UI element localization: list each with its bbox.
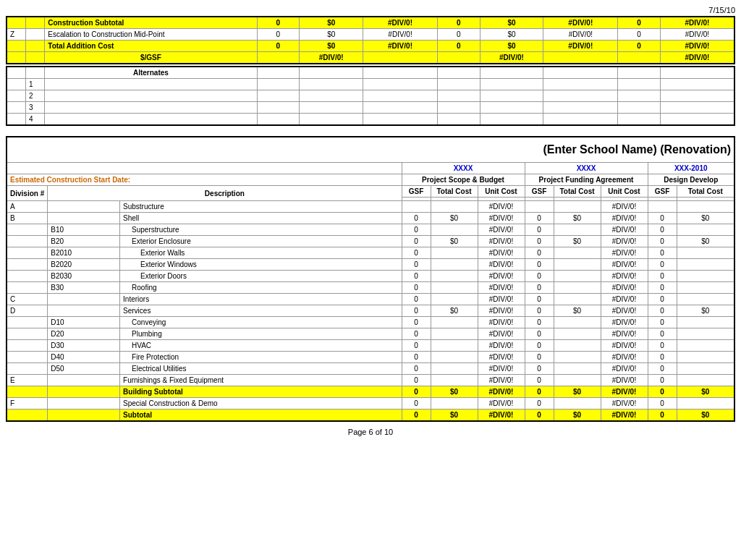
label-B2020: Exterior Windows [120, 259, 402, 271]
tc2-sub: $0 [554, 410, 601, 422]
row-D20: D20 Plumbing 0 #DIV/0! 0 #DIV/0! 0 [7, 328, 734, 340]
tc1-sub: $0 [431, 410, 478, 422]
gsf2-E: 0 [525, 375, 554, 386]
empty [437, 102, 480, 114]
alternate-row: 2 [7, 90, 734, 102]
uc1-C: #DIV/0! [478, 294, 525, 305]
esc-tc1: $0 [300, 29, 363, 41]
cs-tc2: $0 [480, 17, 543, 29]
tc-h1: Total Cost [431, 186, 478, 198]
tc3-bs: $0 [677, 386, 734, 398]
row-E: E Furnishings & Fixed Equipment 0 #DIV/0… [7, 375, 734, 386]
code-D10: D10 [48, 317, 120, 328]
alternates-body: 1234 [7, 79, 734, 126]
alt-num: 2 [25, 90, 44, 102]
gsf-rate-val2: #DIV/0! [480, 52, 543, 64]
gsf1-B: 0 [402, 213, 431, 224]
empty [45, 79, 257, 90]
empty [660, 67, 734, 79]
empty [300, 67, 363, 79]
alternate-row: 3 [7, 102, 734, 114]
div-D: D [7, 305, 48, 317]
tc2-B2030 [554, 271, 601, 282]
ta-gsf2: 0 [437, 41, 480, 52]
tc1-E [431, 375, 478, 386]
empty [363, 67, 438, 79]
row-B: B Shell 0 $0 #DIV/0! 0 $0 #DIV/0! 0 $0 [7, 213, 734, 224]
div-B10 [7, 224, 48, 236]
esc-gsf2: 0 [437, 29, 480, 41]
design-develop-label: Design Develop [648, 174, 734, 186]
empty [7, 79, 25, 90]
tc2-B: $0 [554, 213, 601, 224]
col1-header: XXXX [402, 163, 525, 174]
tc2-D20 [554, 328, 601, 340]
tc-h3: Total Cost [677, 186, 734, 198]
uc2-D: #DIV/0! [601, 305, 648, 317]
uc1-B10: #DIV/0! [478, 224, 525, 236]
gsf3-D30: 0 [648, 340, 677, 352]
esc-gsf3: 0 [618, 29, 661, 41]
tc1-B2030 [431, 271, 478, 282]
row-F: F Special Construction & Demo 0 #DIV/0! … [7, 398, 734, 410]
empty [660, 114, 734, 126]
gsf2-D10: 0 [525, 317, 554, 328]
tc1-D50 [431, 363, 478, 375]
tc3-A [677, 201, 734, 213]
code-B [48, 213, 120, 224]
empty [480, 67, 543, 79]
gsf1-B10: 0 [402, 224, 431, 236]
ta-gsf3: 0 [618, 41, 661, 52]
empty [363, 79, 438, 90]
gsf2-bs: 0 [525, 386, 554, 398]
esc-uc1: #DIV/0! [363, 29, 438, 41]
uc2-E: #DIV/0! [601, 375, 648, 386]
label-A: Substructure [120, 201, 402, 213]
empty [660, 90, 734, 102]
code-D40: D40 [48, 352, 120, 363]
gsf1-B2020: 0 [402, 259, 431, 271]
code-sub [48, 410, 120, 422]
tc1-B30 [431, 282, 478, 294]
alternates-table: Alternates 1234 [6, 66, 735, 126]
uc2-C: #DIV/0! [601, 294, 648, 305]
gsf3-D40: 0 [648, 352, 677, 363]
school-title: (Enter School Name) (Renovation) [7, 137, 734, 163]
est-label-row: Estimated Construction Start Date: Proje… [7, 174, 734, 186]
tc3-sub: $0 [677, 410, 734, 422]
gsf1-D20: 0 [402, 328, 431, 340]
uc2-D10: #DIV/0! [601, 317, 648, 328]
gsf3-D20: 0 [648, 328, 677, 340]
row-B2030: B2030 Exterior Doors 0 #DIV/0! 0 #DIV/0!… [7, 271, 734, 282]
div-D20 [7, 328, 48, 340]
col3-header: XXX-2010 [648, 163, 734, 174]
tc1-B2010 [431, 247, 478, 259]
school-title-row: (Enter School Name) (Renovation) [7, 137, 734, 163]
gsf1-B20: 0 [402, 236, 431, 247]
empty [25, 29, 44, 41]
building-subtotal-row: Building Subtotal 0 $0 #DIV/0! 0 $0 #DIV… [7, 386, 734, 398]
tc1-B20: $0 [431, 236, 478, 247]
tc1-D30 [431, 340, 478, 352]
est-start-row: XXXX XXXX XXX-2010 [7, 163, 734, 174]
label-bs: Building Subtotal [120, 386, 402, 398]
esc-label: Escalation to Construction Mid-Point [45, 29, 257, 41]
tc3-E [677, 375, 734, 386]
div-B2030 [7, 271, 48, 282]
gsf1-A [402, 201, 431, 213]
uc2-D50: #DIV/0! [601, 363, 648, 375]
code-B20: B20 [48, 236, 120, 247]
uc1-E: #DIV/0! [478, 375, 525, 386]
tc1-B2020 [431, 259, 478, 271]
gsf3-F: 0 [648, 398, 677, 410]
gsf2-B2030: 0 [525, 271, 554, 282]
tc3-D50 [677, 363, 734, 375]
tc3-B20: $0 [677, 236, 734, 247]
empty [363, 52, 438, 64]
tc2-B20: $0 [554, 236, 601, 247]
empty [437, 114, 480, 126]
tc2-F [554, 398, 601, 410]
esc-uc2: #DIV/0! [543, 29, 618, 41]
tc3-B10 [677, 224, 734, 236]
tc3-B30 [677, 282, 734, 294]
